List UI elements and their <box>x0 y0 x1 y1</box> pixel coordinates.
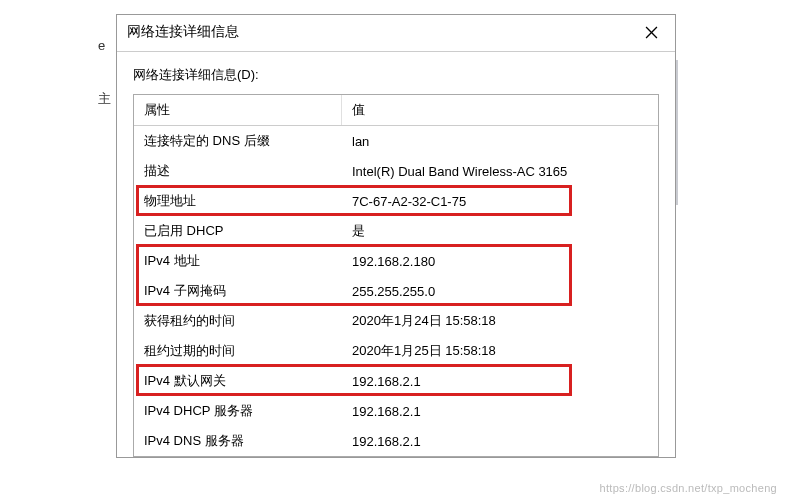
table-row[interactable]: IPv4 地址 192.168.2.180 <box>134 246 658 276</box>
close-button[interactable] <box>637 21 665 43</box>
table-row[interactable]: 租约过期的时间 2020年1月25日 15:58:18 <box>134 336 658 366</box>
table-row[interactable]: IPv4 子网掩码 255.255.255.0 <box>134 276 658 306</box>
cell-value: 192.168.2.1 <box>342 400 658 423</box>
cell-property: 连接特定的 DNS 后缀 <box>134 128 342 154</box>
cell-property: 租约过期的时间 <box>134 338 342 364</box>
cell-property: 已启用 DHCP <box>134 218 342 244</box>
cell-property: IPv4 默认网关 <box>134 368 342 394</box>
cell-value: 是 <box>342 218 658 244</box>
cell-value: lan <box>342 130 658 153</box>
cell-property: 描述 <box>134 158 342 184</box>
cell-property: IPv4 地址 <box>134 248 342 274</box>
cell-property: IPv4 子网掩码 <box>134 278 342 304</box>
watermark-text: https://blog.csdn.net/txp_mocheng <box>600 482 777 494</box>
table-row[interactable]: 已启用 DHCP 是 <box>134 216 658 246</box>
cell-value: 2020年1月25日 15:58:18 <box>342 338 658 364</box>
table-header: 属性 值 <box>134 95 658 126</box>
cell-value: 192.168.2.180 <box>342 250 658 273</box>
background-edge <box>676 60 678 205</box>
titlebar: 网络连接详细信息 <box>117 15 675 52</box>
cell-property: 物理地址 <box>134 188 342 214</box>
dialog-content: 网络连接详细信息(D): 属性 值 连接特定的 DNS 后缀 lan 描述 In… <box>117 52 675 457</box>
table-row[interactable]: 物理地址 7C-67-A2-32-C1-75 <box>134 186 658 216</box>
section-label: 网络连接详细信息(D): <box>133 66 659 84</box>
cell-value: Intel(R) Dual Band Wireless-AC 3165 <box>342 160 658 183</box>
table-row[interactable]: 描述 Intel(R) Dual Band Wireless-AC 3165 <box>134 156 658 186</box>
cell-property: IPv4 DHCP 服务器 <box>134 398 342 424</box>
cell-property: IPv4 DNS 服务器 <box>134 428 342 454</box>
table-row[interactable]: IPv4 DHCP 服务器 192.168.2.1 <box>134 396 658 426</box>
details-table: 属性 值 连接特定的 DNS 后缀 lan 描述 Intel(R) Dual B… <box>133 94 659 457</box>
clipped-text-2: 主 <box>98 90 110 110</box>
column-header-property[interactable]: 属性 <box>134 95 342 125</box>
table-row[interactable]: 连接特定的 DNS 后缀 lan <box>134 126 658 156</box>
table-row[interactable]: IPv4 DNS 服务器 192.168.2.1 <box>134 426 658 456</box>
column-header-value[interactable]: 值 <box>342 95 658 125</box>
clipped-text: e <box>98 38 110 58</box>
table-row[interactable]: 获得租约的时间 2020年1月24日 15:58:18 <box>134 306 658 336</box>
dialog-title: 网络连接详细信息 <box>127 23 239 41</box>
table-row[interactable]: IPv4 默认网关 192.168.2.1 <box>134 366 658 396</box>
cell-property: 获得租约的时间 <box>134 308 342 334</box>
cell-value: 255.255.255.0 <box>342 280 658 303</box>
cell-value: 7C-67-A2-32-C1-75 <box>342 190 658 213</box>
cell-value: 192.168.2.1 <box>342 430 658 453</box>
network-details-dialog: 网络连接详细信息 网络连接详细信息(D): 属性 值 连接特定的 DNS 后缀 … <box>116 14 676 458</box>
cell-value: 192.168.2.1 <box>342 370 658 393</box>
cell-value: 2020年1月24日 15:58:18 <box>342 308 658 334</box>
close-icon <box>645 26 658 39</box>
